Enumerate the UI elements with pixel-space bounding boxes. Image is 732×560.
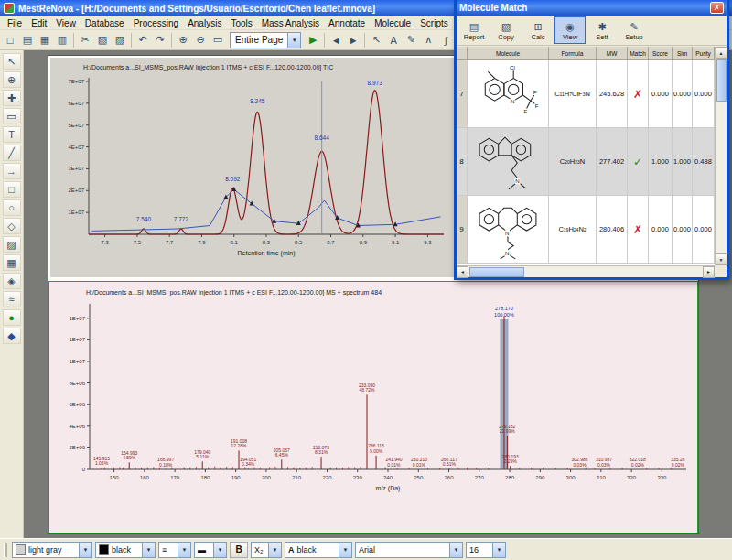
- chromatogram-svg[interactable]: 7E+076E+075E+074E+073E+072E+071E+077.37.…: [52, 74, 453, 277]
- menu-tools[interactable]: Tools: [226, 17, 256, 29]
- paste-icon[interactable]: ▨: [112, 32, 128, 48]
- chromatogram-plot[interactable]: H:/Documents a...SI_MSMS_pos.RAW Injecti…: [50, 58, 458, 277]
- page-icon[interactable]: ▭: [3, 108, 21, 124]
- column-header-formula[interactable]: Formula: [549, 47, 597, 60]
- run-script-icon[interactable]: ▶: [305, 32, 321, 48]
- menu-file[interactable]: File: [3, 17, 27, 29]
- molecule-row-7[interactable]: 7 ClN FFF C11H7ClF3N245.628✗0.0000.0000.…: [457, 60, 715, 128]
- undo-icon[interactable]: ↶: [135, 32, 151, 48]
- menu-mass-analysis[interactable]: Mass Analysis: [257, 17, 324, 29]
- arrow-icon[interactable]: →: [3, 163, 21, 179]
- pointer-tool-icon[interactable]: ↖: [368, 32, 384, 48]
- dropdown-arrow-icon[interactable]: ▼: [178, 543, 190, 557]
- font-color-select[interactable]: A black ▼: [285, 542, 352, 558]
- redo-icon[interactable]: ↷: [152, 32, 168, 48]
- dropdown-arrow-icon[interactable]: ▼: [492, 543, 505, 557]
- zoom-out-icon[interactable]: ⊖: [192, 32, 209, 48]
- toolbar-grip[interactable]: [4, 543, 7, 557]
- green-status-icon[interactable]: ●: [3, 309, 21, 326]
- dropdown-arrow-icon[interactable]: ▼: [213, 543, 226, 557]
- peak-picking-icon[interactable]: ∧: [420, 32, 436, 48]
- scroll-up-icon[interactable]: ▲: [716, 47, 727, 59]
- molecule-match-table[interactable]: MoleculeFormulaMWMatchScoreSimPurity 7 C…: [457, 47, 715, 265]
- blue-tool-icon[interactable]: ◆: [3, 328, 21, 344]
- mass-spectrum-svg[interactable]: 1E+071E+071E+078E+066E+064E+062E+0601501…: [53, 300, 694, 531]
- mm-button-report[interactable]: ▤Report: [458, 16, 490, 44]
- dropdown-arrow-icon[interactable]: ▼: [287, 33, 300, 48]
- horizontal-scrollbar[interactable]: ◄ ►: [457, 265, 715, 277]
- zoom-level-select[interactable]: Entire Page ▼: [230, 32, 301, 48]
- mm-button-sett[interactable]: ✱Sett: [587, 16, 618, 44]
- molecule-icon[interactable]: ◈: [3, 273, 21, 289]
- molecule-row-9[interactable]: 9 NN C19H24N2280.406✗0.0000.0000.000: [457, 196, 715, 264]
- image-icon[interactable]: ▨: [3, 236, 21, 253]
- pan-tool-icon[interactable]: ✚: [3, 90, 21, 106]
- table-icon[interactable]: ▦: [3, 254, 21, 271]
- dialog-titlebar[interactable]: Molecule Match ✗: [457, 0, 727, 16]
- previous-page-icon[interactable]: ◄: [328, 32, 344, 48]
- new-document-icon[interactable]: □: [2, 32, 18, 48]
- print-icon[interactable]: ▥: [54, 32, 70, 48]
- line-width-select[interactable]: ▬ ▼: [194, 542, 227, 558]
- menu-view[interactable]: View: [51, 17, 81, 29]
- menu-molecule[interactable]: Molecule: [370, 17, 415, 29]
- mm-button-setup[interactable]: ✎Setup: [619, 16, 650, 44]
- text-icon[interactable]: T: [3, 126, 21, 143]
- scroll-down-icon[interactable]: ▼: [716, 253, 727, 265]
- menu-edit[interactable]: Edit: [27, 17, 51, 29]
- fit-page-icon[interactable]: ▭: [210, 32, 226, 48]
- rectangle-icon[interactable]: □: [3, 181, 21, 198]
- dialog-close-button[interactable]: ✗: [710, 2, 724, 14]
- font-size-select[interactable]: 16 ▼: [466, 542, 506, 558]
- dropdown-arrow-icon[interactable]: ▼: [268, 543, 281, 557]
- mm-button-view[interactable]: ◉View: [554, 16, 586, 44]
- fill-color-select[interactable]: black ▼: [95, 542, 156, 558]
- copy-icon[interactable]: ▧: [94, 32, 111, 48]
- bold-button[interactable]: B: [230, 542, 248, 558]
- column-header-purity[interactable]: Purity: [693, 47, 715, 60]
- column-header-sim[interactable]: Sim: [673, 47, 693, 60]
- column-header-molecule[interactable]: Molecule: [468, 47, 549, 60]
- column-header-score[interactable]: Score: [649, 47, 673, 60]
- zoom-in-icon[interactable]: ⊕: [175, 32, 191, 48]
- menu-processing[interactable]: Processing: [129, 17, 183, 29]
- pen-color-select[interactable]: light gray ▼: [12, 542, 92, 558]
- open-file-icon[interactable]: ▤: [19, 32, 36, 48]
- font-family-select[interactable]: Arial ▼: [355, 542, 463, 558]
- ellipse-icon[interactable]: ○: [3, 199, 21, 216]
- vertical-scrollbar[interactable]: ▲ ▼: [715, 47, 727, 265]
- zoom-tool-icon[interactable]: ⊕: [3, 71, 21, 88]
- column-header-blank[interactable]: [457, 47, 468, 60]
- dropdown-arrow-icon[interactable]: ▼: [142, 543, 155, 557]
- polygon-icon[interactable]: ◇: [3, 218, 21, 234]
- menu-scripts[interactable]: Scripts: [415, 17, 453, 29]
- menu-database[interactable]: Database: [81, 17, 129, 29]
- dropdown-arrow-icon[interactable]: ▼: [79, 543, 92, 557]
- menu-annotate[interactable]: Annotate: [324, 17, 370, 29]
- scrollbar-thumb[interactable]: [716, 59, 727, 102]
- next-page-icon[interactable]: ►: [345, 32, 361, 48]
- pencil-tool-icon[interactable]: ✎: [403, 32, 419, 48]
- text-tool-icon[interactable]: A: [385, 32, 402, 48]
- cut-icon[interactable]: ✂: [77, 32, 93, 48]
- mm-button-calc[interactable]: ⊞Calc: [522, 16, 554, 44]
- spectrum-icon[interactable]: ≈: [3, 291, 21, 307]
- dropdown-arrow-icon[interactable]: ▼: [339, 543, 351, 557]
- dropdown-arrow-icon[interactable]: ▼: [449, 543, 462, 557]
- subscript-select[interactable]: X₂ ▼: [251, 542, 282, 558]
- mm-button-copy[interactable]: ▧Copy: [490, 16, 522, 44]
- menu-analysis[interactable]: Analysis: [183, 17, 226, 29]
- column-header-mw[interactable]: MW: [597, 47, 628, 60]
- line-style-select[interactable]: ≡ ▼: [158, 542, 191, 558]
- mass-spectrum-plot[interactable]: H:/Documents a...SI_MSMS_pos.RAW Injecti…: [48, 281, 698, 533]
- molecule-row-8[interactable]: 8 N C20H23N277.402✓1.0001.0000.488: [457, 128, 715, 196]
- line-icon[interactable]: ╱: [3, 145, 21, 161]
- save-icon[interactable]: ▦: [37, 32, 53, 48]
- integration-icon[interactable]: ∫: [437, 32, 454, 48]
- scroll-left-icon[interactable]: ◄: [457, 266, 468, 278]
- molecule-match-dialog[interactable]: Molecule Match ✗ ▤Report▧Copy⊞Calc◉View✱…: [454, 0, 729, 280]
- scrollbar-thumb[interactable]: [469, 267, 524, 277]
- column-header-match[interactable]: Match: [628, 47, 649, 60]
- scroll-right-icon[interactable]: ►: [703, 266, 715, 278]
- pointer-icon[interactable]: ↖: [3, 53, 21, 70]
